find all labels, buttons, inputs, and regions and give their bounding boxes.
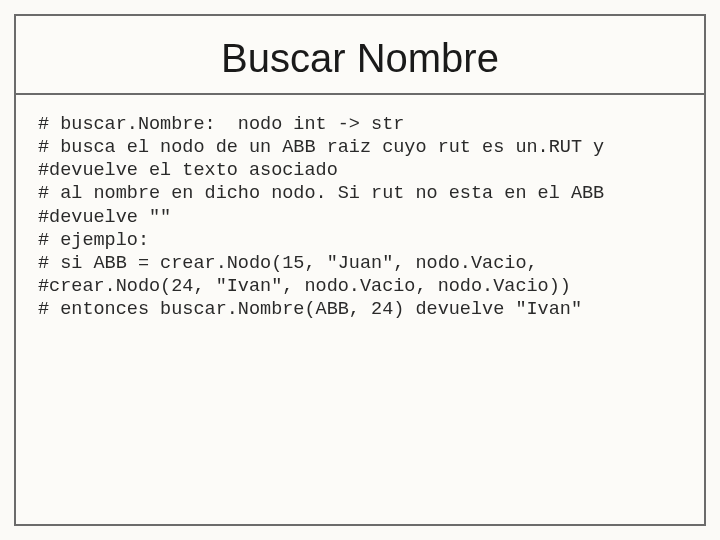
slide-frame: Buscar Nombre # buscar.Nombre: nodo int …	[14, 14, 706, 526]
code-block: # buscar.Nombre: nodo int -> str # busca…	[16, 95, 704, 321]
slide-title: Buscar Nombre	[16, 36, 704, 81]
slide: Buscar Nombre # buscar.Nombre: nodo int …	[0, 0, 720, 540]
